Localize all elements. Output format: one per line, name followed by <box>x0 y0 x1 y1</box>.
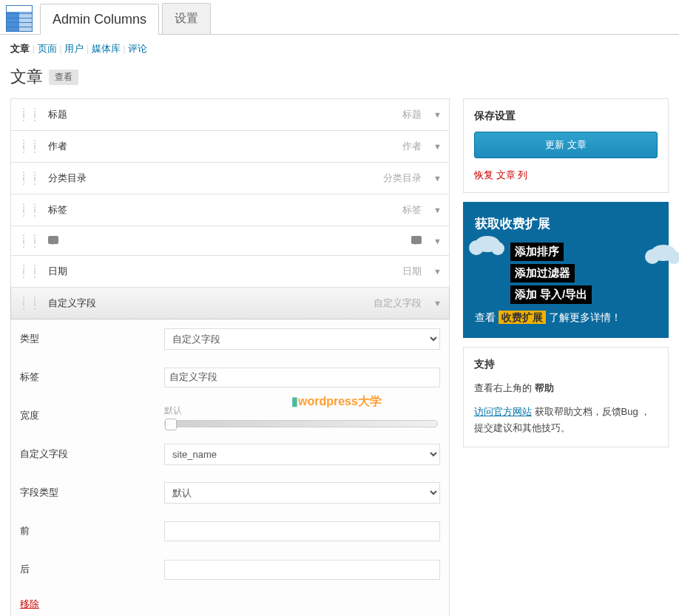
subnav: 文章 | 页面 | 用户 | 媒体库 | 评论 <box>0 35 679 63</box>
drag-handle[interactable]: ⋮⋮⋮⋮ <box>18 173 41 183</box>
field-label-after: 后 <box>20 563 164 576</box>
drag-handle[interactable]: ⋮⋮⋮⋮ <box>18 298 41 308</box>
column-row[interactable]: ⋮⋮⋮⋮自定义字段自定义字段▼ <box>10 288 450 319</box>
comment-icon <box>411 236 422 244</box>
chevron-down-icon[interactable]: ▼ <box>433 142 442 151</box>
promo-highlight[interactable]: 收费扩展 <box>499 311 546 324</box>
field-type-select[interactable]: 默认 <box>164 482 440 504</box>
tab-settings[interactable]: 设置 <box>162 3 211 34</box>
chevron-down-icon[interactable]: ▼ <box>433 206 442 214</box>
drag-handle[interactable]: ⋮⋮⋮⋮ <box>18 236 41 246</box>
subnav-current: 文章 <box>10 43 30 54</box>
cloud-icon <box>651 245 676 261</box>
drag-handle[interactable]: ⋮⋮⋮⋮ <box>18 205 41 215</box>
before-input[interactable] <box>164 521 440 541</box>
promo-line: 添加过滤器 <box>510 264 575 282</box>
subnav-item-pages[interactable]: 页面 <box>38 43 57 54</box>
cloud-icon <box>475 236 500 252</box>
chevron-down-icon[interactable]: ▼ <box>433 110 442 119</box>
width-value-text: 默认 <box>164 405 440 417</box>
column-type <box>411 235 422 246</box>
subnav-item-media[interactable]: 媒体库 <box>92 43 121 54</box>
chevron-down-icon[interactable]: ▼ <box>433 237 442 246</box>
field-label-before: 前 <box>20 524 164 538</box>
support-box: 支持 查看右上角的 帮助 访问官方网站 获取帮助文档，反馈Bug ，提交建议和其… <box>463 347 669 447</box>
width-slider[interactable] <box>164 420 438 427</box>
restore-link[interactable]: 恢复 文章 列 <box>474 169 527 182</box>
remove-link[interactable]: 移除 <box>20 598 39 609</box>
field-label-field-type: 字段类型 <box>20 486 164 499</box>
column-label: 分类目录 <box>48 172 383 185</box>
drag-handle[interactable]: ⋮⋮⋮⋮ <box>18 141 41 152</box>
column-label <box>48 235 411 246</box>
column-row[interactable]: ⋮⋮⋮⋮标题标题▼ <box>10 98 450 131</box>
label-input[interactable] <box>164 368 440 387</box>
subnav-item-comments[interactable]: 评论 <box>128 43 147 54</box>
type-select[interactable]: 自定义字段 <box>164 328 440 350</box>
column-label: 日期 <box>48 265 402 278</box>
field-label-width: 宽度 <box>20 409 164 422</box>
app-logo <box>6 5 33 32</box>
slider-handle[interactable] <box>165 419 177 430</box>
column-type: 自定义字段 <box>374 297 422 310</box>
column-row[interactable]: ⋮⋮⋮⋮▼ <box>10 226 450 256</box>
support-line1: 查看右上角的 帮助 <box>474 380 658 396</box>
column-row[interactable]: ⋮⋮⋮⋮作者作者▼ <box>10 131 450 163</box>
promo-footer: 查看 收费扩展 了解更多详情！ <box>475 311 657 325</box>
drag-handle[interactable]: ⋮⋮⋮⋮ <box>18 266 41 277</box>
tab-admin-columns[interactable]: Admin Columns <box>40 4 159 35</box>
column-type: 标题 <box>402 108 422 121</box>
chevron-down-icon[interactable]: ▼ <box>433 267 442 276</box>
support-link[interactable]: 访问官方网站 <box>474 406 532 417</box>
drag-handle[interactable]: ⋮⋮⋮⋮ <box>18 109 41 120</box>
save-settings-box: 保存设置 更新 文章 恢复 文章 列 <box>463 98 669 193</box>
column-label: 作者 <box>48 140 402 153</box>
column-row[interactable]: ⋮⋮⋮⋮标签标签▼ <box>10 194 450 226</box>
column-type: 标签 <box>402 203 422 217</box>
column-type: 分类目录 <box>383 172 422 185</box>
column-row[interactable]: ⋮⋮⋮⋮日期日期▼ <box>10 256 450 288</box>
comment-icon <box>48 236 58 244</box>
column-label: 标签 <box>48 203 402 217</box>
promo-line: 添加排序 <box>510 243 564 261</box>
chevron-down-icon[interactable]: ▼ <box>433 299 442 308</box>
column-label: 标题 <box>48 108 402 121</box>
page-title: 文章 <box>10 66 43 88</box>
update-button[interactable]: 更新 文章 <box>474 132 658 158</box>
support-line2: 访问官方网站 获取帮助文档，反馈Bug ，提交建议和其他技巧。 <box>474 404 658 436</box>
column-type: 作者 <box>402 140 422 153</box>
field-label-label: 标签 <box>20 370 164 384</box>
chevron-down-icon[interactable]: ▼ <box>433 174 442 183</box>
column-settings-form: 类型 自定义字段 标签 宽度 默认 自定义字段 site_name 字段类型 默 <box>10 319 450 616</box>
field-label-custom-field: 自定义字段 <box>20 447 164 461</box>
subnav-item-users[interactable]: 用户 <box>64 43 84 54</box>
field-label-type: 类型 <box>20 332 164 345</box>
view-button[interactable]: 查看 <box>49 70 78 85</box>
custom-field-select[interactable]: site_name <box>164 444 440 465</box>
column-row[interactable]: ⋮⋮⋮⋮分类目录分类目录▼ <box>10 163 450 194</box>
column-type: 日期 <box>402 265 422 278</box>
column-label: 自定义字段 <box>48 297 374 310</box>
promo-title: 获取收费扩展 <box>475 215 657 232</box>
promo-line: 添加 导入/导出 <box>510 285 592 304</box>
support-title: 支持 <box>474 358 658 371</box>
after-input[interactable] <box>164 560 440 580</box>
save-box-title: 保存设置 <box>474 109 658 123</box>
promo-box: 获取收费扩展 添加排序 添加过滤器 添加 导入/导出 查看 收费扩展 了解更多详… <box>463 202 669 338</box>
